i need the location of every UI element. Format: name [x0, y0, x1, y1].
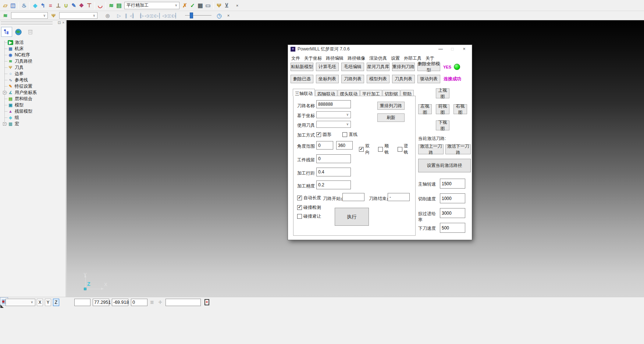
execute-button[interactable]: 执行 [335, 208, 369, 226]
param-input[interactable] [440, 208, 465, 218]
tools-pair-icon[interactable]: Ψ [215, 1, 223, 10]
action-button[interactable]: 星河刀具库 [367, 63, 389, 71]
milling-direction-option[interactable]: 逆铣 [398, 143, 412, 155]
tree-expander[interactable]: + [3, 91, 6, 94]
toolpath-name-input[interactable] [316, 100, 351, 108]
checkbox-icon[interactable] [297, 214, 302, 219]
print-icon[interactable]: ♨ [20, 1, 28, 10]
axis-lock-button[interactable]: X [37, 299, 43, 306]
tree-item[interactable]: + ∡ 用户坐标系 [0, 89, 66, 96]
tree-item[interactable]: ◆ 组 [0, 115, 66, 121]
checkbox-icon[interactable] [359, 147, 364, 152]
tolerance-input[interactable] [316, 180, 351, 189]
powermill-logo-icon[interactable]: ≋ [107, 1, 115, 10]
view-right-button[interactable]: 右视图 [453, 104, 467, 114]
open-icon[interactable]: ▱ [1, 1, 9, 10]
checkbox-icon[interactable] [297, 196, 302, 200]
panel-close-icon[interactable]: × [62, 21, 64, 25]
pause-icon[interactable]: ∥ [122, 12, 129, 19]
action-button[interactable]: 驱动列表 [417, 75, 440, 83]
simulation-toolbar-close-button[interactable]: × [225, 13, 231, 18]
checkbox-icon[interactable] [378, 147, 383, 152]
tree-item[interactable]: ○ 边界 [0, 71, 66, 77]
tree-item[interactable]: ≋ 刀具路径 [0, 58, 66, 64]
toolbar-close-button[interactable]: × [234, 3, 240, 8]
view-top-button[interactable]: 上视图 [436, 88, 449, 98]
probe-anchor-icon[interactable]: ✛ [158, 299, 162, 305]
tab-globe[interactable] [13, 27, 24, 37]
menu-item[interactable]: 渲染仿真 [367, 55, 389, 62]
toolpath-verify-icon[interactable]: ✓ [189, 1, 196, 10]
menu-item[interactable]: 路径编辑 [324, 55, 345, 62]
z-levels-icon[interactable]: ≡ [47, 1, 54, 10]
close-button[interactable]: × [459, 45, 470, 53]
toolbar-grip[interactable] [1, 24, 53, 25]
minimize-button[interactable]: — [435, 45, 446, 53]
fast-forward-icon[interactable]: ▷▷ [151, 12, 159, 19]
separator[interactable] [18, 2, 19, 9]
auto-length-checkbox[interactable]: 自动长度 [297, 195, 321, 201]
action-button[interactable]: 删除已选 [291, 75, 313, 83]
corner-grip[interactable] [0, 305, 4, 308]
action-button[interactable]: 重排列刀路 [392, 63, 415, 71]
action-button[interactable]: 计算毛坯 [316, 63, 339, 71]
go-to-end-icon[interactable]: ▷▷▏ [169, 12, 179, 19]
maximize-button[interactable]: □ [447, 45, 458, 53]
menu-item[interactable]: 文件 [289, 55, 302, 62]
menu-item[interactable]: 设置 [389, 55, 402, 62]
coordinate-combo[interactable] [316, 111, 351, 118]
activate-previous-button[interactable]: 激活上一刀路 [418, 144, 444, 154]
strategy-list-icon[interactable]: ▤ [115, 1, 123, 10]
end-point-input[interactable] [388, 193, 410, 201]
tool-select-combo[interactable] [59, 12, 97, 19]
status-combo[interactable] [6, 299, 35, 306]
axis-lock-button[interactable]: Y [45, 299, 51, 306]
pattern-points-icon[interactable]: ❖ [78, 1, 85, 10]
method-option[interactable]: 圆形 [316, 131, 331, 138]
tree-item[interactable]: ∿ 参考线 [0, 77, 66, 83]
tree-expander[interactable]: + [3, 122, 6, 126]
dialog-tab[interactable]: 帮助 [401, 90, 414, 96]
param-input[interactable] [440, 179, 465, 189]
action-button[interactable]: 刀路列表 [341, 75, 364, 83]
dialog-tab[interactable]: 四轴联动 [315, 90, 337, 96]
action-button[interactable]: 模型列表 [367, 75, 389, 83]
dialog-tab[interactable]: 摆头联动 [338, 90, 360, 96]
rewind-icon[interactable]: ◁◁ [144, 12, 151, 19]
dialog-tab[interactable]: 三轴联动 [293, 89, 315, 96]
tree-item[interactable]: ◉ NC程序 [0, 52, 66, 58]
rearrange-toolpaths-button[interactable]: 重排列刀路 [377, 102, 405, 110]
step-forward-icon[interactable]: ▕▷ [136, 12, 144, 19]
collision-avoid-checkbox[interactable]: 碰撞避让 [297, 213, 321, 220]
stock-allowance-input[interactable] [316, 154, 351, 163]
setup-wrench-icon[interactable]: ⊻ [223, 1, 231, 10]
separator[interactable] [213, 2, 214, 9]
menu-item[interactable]: 路径镜像 [346, 55, 367, 62]
play-icon[interactable]: ▷ [115, 12, 122, 19]
axis-lock-button[interactable]: Z [53, 299, 59, 306]
checkbox-icon[interactable] [316, 132, 321, 137]
tree-item[interactable]: ▲ 残留模型 [0, 108, 66, 115]
tree-item[interactable]: ✎ 特征设置 [0, 83, 66, 89]
tab-recycle-bin[interactable] [25, 27, 36, 37]
light-bulb-icon[interactable]: ◎ [104, 11, 111, 20]
block-icon[interactable]: ◆ [31, 1, 39, 10]
status-field-empty[interactable] [74, 299, 90, 306]
milling-direction-option[interactable]: 顺铣 [378, 143, 392, 155]
start-point-input[interactable] [342, 193, 364, 201]
coordinate-field[interactable]: 77.2951 [93, 299, 109, 306]
toolpath-select-combo[interactable] [11, 12, 48, 19]
tool-edit-icon[interactable]: ⊤ [85, 1, 93, 10]
toolpath-delete-icon[interactable]: ✗ [181, 1, 189, 10]
action-button[interactable]: 坐标列表 [316, 75, 339, 83]
set-active-path-button[interactable]: 设置当前激活路径 [418, 159, 471, 172]
coordinate-field[interactable]: -69.918 [112, 299, 128, 306]
pin-icon[interactable]: ⊡ [58, 21, 61, 25]
calculator-icon[interactable]: ▦ [196, 1, 204, 10]
checkbox-icon[interactable] [398, 147, 402, 152]
clamp-icon[interactable]: ∪ [62, 1, 70, 10]
param-input[interactable] [440, 193, 465, 203]
clock-icon[interactable]: ◷ [217, 12, 222, 19]
action-button[interactable]: 删除全部模型 [417, 63, 440, 71]
dialog-tab[interactable]: 切割锯 [383, 90, 400, 96]
